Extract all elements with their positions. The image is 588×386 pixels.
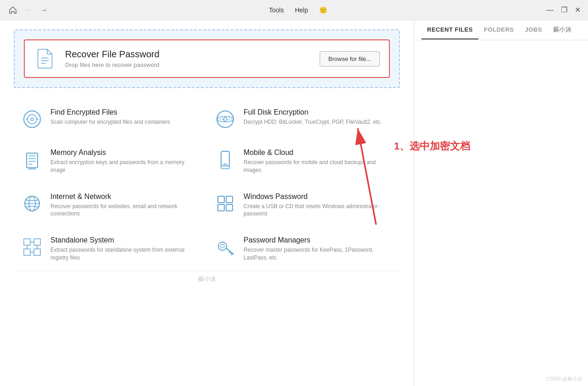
mobile-text: Mobile & Cloud Recover passwords for mob… bbox=[244, 149, 393, 174]
disk-scan-icon bbox=[21, 108, 43, 130]
home-icon[interactable] bbox=[7, 5, 18, 16]
feature-standalone-system[interactable]: Standalone System Extract passwords for … bbox=[14, 227, 207, 271]
svg-rect-31 bbox=[218, 204, 224, 211]
svg-rect-36 bbox=[34, 249, 40, 255]
help-menu[interactable]: Help bbox=[295, 6, 308, 14]
feature-mobile-cloud[interactable]: Mobile & Cloud Recover passwords for mob… bbox=[207, 139, 400, 183]
recover-subtitle: Drop files here to recover password bbox=[65, 61, 311, 68]
svg-rect-35 bbox=[34, 239, 40, 245]
content-area: Recover File Password Drop files here to… bbox=[0, 20, 414, 386]
nav-controls: ← → bbox=[24, 5, 50, 16]
cube-icon bbox=[21, 236, 43, 258]
sidebar-content: 1、选中加密文档 bbox=[414, 40, 588, 372]
full-disk-title: Full Disk Encryption bbox=[244, 108, 382, 116]
browse-button[interactable]: Browse for file... bbox=[320, 51, 380, 66]
disk-icon bbox=[214, 108, 236, 130]
standalone-text: Standalone System Extract passwords for … bbox=[50, 236, 200, 262]
svg-rect-14 bbox=[27, 153, 38, 168]
tab-recent-files[interactable]: RECENT FILES bbox=[422, 21, 478, 39]
globe-icon bbox=[21, 193, 43, 215]
svg-point-41 bbox=[218, 242, 227, 250]
memory-title: Memory Analysis bbox=[50, 149, 200, 157]
back-button[interactable]: ← bbox=[24, 5, 35, 16]
feature-full-disk[interactable]: Full Disk Encryption Decrypt HDD: BitLoc… bbox=[207, 99, 400, 139]
memory-icon bbox=[21, 149, 43, 171]
feature-find-encrypted[interactable]: Find Encrypted Files Scan computer for e… bbox=[14, 99, 207, 139]
close-button[interactable]: ✕ bbox=[575, 6, 581, 14]
feature-password-managers[interactable]: Password Managers Recover master passwor… bbox=[207, 227, 400, 271]
annotation-text: 1、选中加密文档 bbox=[394, 139, 470, 153]
sidebar: RECENT FILES FOLDERS JOBS 蘇小沐 1、选中加密文档 C… bbox=[414, 20, 588, 386]
titlebar-menu: Tools Help 🙂 bbox=[269, 6, 327, 14]
svg-rect-34 bbox=[24, 249, 30, 255]
features-grid: Find Encrypted Files Scan computer for e… bbox=[14, 99, 400, 271]
standalone-title: Standalone System bbox=[50, 236, 200, 244]
memory-text: Memory Analysis Extract encryption keys … bbox=[50, 149, 200, 174]
titlebar-left: ← → bbox=[7, 5, 50, 16]
titlebar: ← → Tools Help 🙂 — ❐ ✕ bbox=[0, 0, 588, 20]
internet-title: Internet & Network bbox=[50, 193, 200, 201]
internet-desc: Recover passwords for websites, email an… bbox=[50, 203, 200, 218]
full-disk-desc: Decrypt HDD: BitLocker, TrueCrypt, PGP, … bbox=[244, 118, 382, 126]
maximize-button[interactable]: ❐ bbox=[561, 6, 567, 14]
forward-button[interactable]: → bbox=[39, 5, 50, 16]
windows-desc: Create a USB or CD that resets Windows a… bbox=[244, 203, 393, 218]
feature-windows-password[interactable]: Windows Password Create a USB or CD that… bbox=[207, 183, 400, 227]
sidebar-watermark: CSDN @蘇小沐 bbox=[414, 372, 588, 386]
memory-desc: Extract encryption keys and passwords fr… bbox=[50, 159, 200, 174]
svg-rect-29 bbox=[218, 196, 224, 203]
main-watermark: 蘇小沐 bbox=[14, 271, 400, 287]
find-encrypted-desc: Scan computer for encrypted files and co… bbox=[50, 118, 170, 126]
recover-title: Recover File Password bbox=[65, 49, 311, 60]
svg-rect-32 bbox=[226, 204, 233, 211]
emoji-icon[interactable]: 🙂 bbox=[319, 6, 327, 14]
file-icon bbox=[34, 48, 56, 70]
tab-jobs[interactable]: JOBS bbox=[520, 21, 548, 39]
sidebar-tabs: RECENT FILES FOLDERS JOBS 蘇小沐 bbox=[414, 20, 588, 40]
password-managers-title: Password Managers bbox=[244, 236, 393, 244]
full-disk-text: Full Disk Encryption Decrypt HDD: BitLoc… bbox=[244, 108, 382, 126]
windows-icon bbox=[214, 193, 236, 215]
key-icon bbox=[214, 236, 236, 258]
recover-text: Recover File Password Drop files here to… bbox=[65, 49, 311, 68]
svg-rect-30 bbox=[226, 196, 233, 203]
tools-menu[interactable]: Tools bbox=[269, 6, 284, 14]
svg-point-7 bbox=[31, 118, 33, 121]
windows-text: Windows Password Create a USB or CD that… bbox=[244, 193, 393, 218]
feature-internet-network[interactable]: Internet & Network Recover passwords for… bbox=[14, 183, 207, 227]
tab-folders[interactable]: FOLDERS bbox=[478, 21, 520, 39]
mobile-icon bbox=[214, 149, 236, 171]
minimize-button[interactable]: — bbox=[546, 6, 554, 14]
main-layout: Recover File Password Drop files here to… bbox=[0, 20, 588, 386]
tab-user[interactable]: 蘇小沐 bbox=[548, 20, 577, 40]
recover-card: Recover File Password Drop files here to… bbox=[24, 39, 390, 78]
mobile-title: Mobile & Cloud bbox=[244, 149, 393, 157]
mobile-desc: Recover passwords for mobile and cloud b… bbox=[244, 159, 393, 174]
standalone-desc: Extract passwords for standalone system … bbox=[50, 246, 200, 262]
password-managers-text: Password Managers Recover master passwor… bbox=[244, 236, 393, 262]
drop-zone[interactable]: Recover File Password Drop files here to… bbox=[14, 29, 400, 88]
feature-memory-analysis[interactable]: Memory Analysis Extract encryption keys … bbox=[14, 139, 207, 183]
find-encrypted-text: Find Encrypted Files Scan computer for e… bbox=[50, 108, 170, 126]
svg-point-6 bbox=[28, 115, 37, 124]
find-encrypted-title: Find Encrypted Files bbox=[50, 108, 170, 116]
internet-text: Internet & Network Recover passwords for… bbox=[50, 193, 200, 218]
svg-rect-33 bbox=[24, 239, 30, 245]
window-controls: — ❐ ✕ bbox=[546, 6, 581, 14]
windows-title: Windows Password bbox=[244, 193, 393, 201]
svg-point-45 bbox=[221, 244, 224, 248]
password-managers-desc: Recover master passwords for KeePass, 1P… bbox=[244, 246, 393, 262]
